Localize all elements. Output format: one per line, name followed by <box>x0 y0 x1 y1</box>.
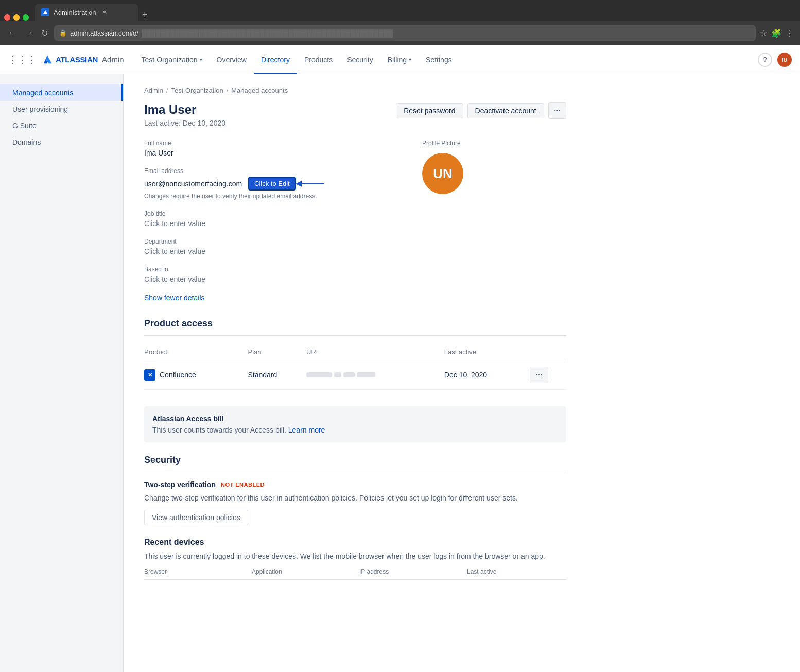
deactivate-account-button[interactable]: Deactivate account <box>467 103 544 118</box>
show-fewer-button[interactable]: Show fewer details <box>144 294 412 302</box>
full-name-field: Full name Ima User <box>144 140 412 157</box>
table-body: ✕ Confluence Standard <box>144 360 566 390</box>
breadcrumb-admin[interactable]: Admin <box>144 87 163 94</box>
more-actions-button[interactable]: ··· <box>548 102 566 119</box>
nav-item-products[interactable]: Products <box>297 45 340 74</box>
url-block-3 <box>343 372 355 377</box>
close-button[interactable] <box>4 14 10 21</box>
minimize-button[interactable] <box>13 14 20 21</box>
new-tab-button[interactable]: + <box>142 10 148 21</box>
active-tab[interactable]: Administration ✕ <box>35 4 138 21</box>
security-description: Change two-step verification for this us… <box>144 493 566 504</box>
breadcrumb-sep-2: / <box>227 87 229 94</box>
tab-close-icon[interactable]: ✕ <box>102 9 107 16</box>
nav-item-billing[interactable]: Billing ▾ <box>380 45 419 74</box>
top-nav: ⋮⋮⋮ ATLASSIAN Admin Test Organization ▾ … <box>0 45 800 74</box>
job-title-field: Job title Click to enter value <box>144 210 412 228</box>
address-bar[interactable]: 🔒 admin.atlassian.com/o/ ███████████████… <box>54 25 756 41</box>
sidebar-item-domains[interactable]: Domains <box>0 134 123 150</box>
two-step-status-badge: NOT ENABLED <box>221 481 265 488</box>
recent-devices-desc: This user is currently logged in to thes… <box>144 551 566 562</box>
user-avatar[interactable]: IU <box>777 53 792 67</box>
bookmark-icon[interactable]: ☆ <box>760 28 767 38</box>
reset-password-button[interactable]: Reset password <box>396 103 463 118</box>
breadcrumb-managed[interactable]: Managed accounts <box>231 87 288 94</box>
product-name: Confluence <box>160 371 196 379</box>
last-active-cell: Dec 10, 2020 <box>444 360 530 390</box>
content-area: Managed accounts User provisioning G Sui… <box>0 74 800 672</box>
logo-text: ATLASSIAN <box>56 55 98 64</box>
email-field: Email address user@noncustomerfacing.com… <box>144 167 412 200</box>
job-title-label: Job title <box>144 210 412 217</box>
sidebar-item-user-provisioning[interactable]: User provisioning <box>0 101 123 117</box>
grid-icon[interactable]: ⋮⋮⋮ <box>8 54 36 65</box>
url-block-2 <box>334 372 341 377</box>
devices-col-browser: Browser <box>144 568 244 575</box>
security-section: Security Two-step verification NOT ENABL… <box>144 455 566 580</box>
col-plan: Plan <box>248 344 307 360</box>
view-auth-policies-button[interactable]: View authentication policies <box>144 510 248 525</box>
nav-item-directory[interactable]: Directory <box>254 45 297 74</box>
sidebar-item-g-suite[interactable]: G Suite <box>0 117 123 134</box>
sidebar: Managed accounts User provisioning G Sui… <box>0 74 124 672</box>
two-step-label: Two-step verification <box>144 480 216 489</box>
based-in-value[interactable]: Click to enter value <box>144 275 412 283</box>
nav-item-settings[interactable]: Settings <box>419 45 459 74</box>
devices-col-ip: IP address <box>359 568 459 575</box>
nav-item-security[interactable]: Security <box>340 45 380 74</box>
help-button[interactable]: ? <box>758 53 772 67</box>
job-title-value[interactable]: Click to enter value <box>144 219 412 228</box>
back-button[interactable]: ← <box>6 26 19 40</box>
tab-favicon <box>41 8 49 16</box>
nav-items: Test Organization ▾ Overview Directory P… <box>134 45 758 74</box>
breadcrumb-sep-1: / <box>166 87 168 94</box>
click-to-edit-container: Click to Edit <box>248 177 327 191</box>
table-header-row: Product Plan URL Last active <box>144 344 566 360</box>
extensions-icon[interactable]: 🧩 <box>771 28 781 38</box>
based-in-label: Based in <box>144 266 412 273</box>
menu-icon[interactable]: ⋮ <box>786 28 794 38</box>
svg-marker-0 <box>43 10 47 14</box>
chevron-down-icon: ▾ <box>200 57 202 62</box>
learn-more-link[interactable]: Learn more <box>288 426 325 434</box>
based-in-field: Based in Click to enter value <box>144 266 412 283</box>
admin-label: Admin <box>102 55 124 64</box>
nav-right: ? IU <box>758 53 792 67</box>
devices-table-header: Browser Application IP address Last acti… <box>144 568 566 580</box>
email-value[interactable]: user@noncustomerfacing.com <box>144 180 242 188</box>
row-actions-cell: ··· <box>530 360 566 390</box>
nav-item-org[interactable]: Test Organization ▾ <box>134 45 210 74</box>
page-header: Ima User Last active: Dec 10, 2020 Reset… <box>144 102 566 127</box>
arrow-container <box>296 179 327 189</box>
app: ⋮⋮⋮ ATLASSIAN Admin Test Organization ▾ … <box>0 45 800 672</box>
col-product: Product <box>144 344 248 360</box>
arrow-icon <box>296 179 327 189</box>
atlassian-icon <box>42 55 53 65</box>
department-value[interactable]: Click to enter value <box>144 247 412 255</box>
sidebar-item-managed-accounts[interactable]: Managed accounts <box>0 84 123 101</box>
page-title: Ima User <box>144 102 225 117</box>
breadcrumb-org[interactable]: Test Organization <box>171 87 223 94</box>
access-bill-title: Atlassian Access bill <box>152 415 558 423</box>
nav-item-overview[interactable]: Overview <box>210 45 254 74</box>
user-avatar-large[interactable]: UN <box>422 153 463 194</box>
atlassian-logo[interactable]: ATLASSIAN Admin <box>42 55 124 65</box>
department-field: Department Click to enter value <box>144 238 412 255</box>
main-content: Admin / Test Organization / Managed acco… <box>124 74 800 672</box>
click-to-edit-tooltip: Click to Edit <box>248 177 296 191</box>
email-row: user@noncustomerfacing.com Click to Edit <box>144 177 412 191</box>
row-more-button[interactable]: ··· <box>530 367 548 383</box>
url-cell <box>306 360 444 390</box>
forward-button[interactable]: → <box>23 26 35 40</box>
lock-icon: 🔒 <box>59 29 67 37</box>
maximize-button[interactable] <box>23 14 29 21</box>
browser-chrome: Administration ✕ + ← → ↻ 🔒 admin.atlassi… <box>0 0 800 45</box>
product-access-table: Product Plan URL Last active <box>144 344 566 390</box>
url-block-1 <box>306 372 332 377</box>
refresh-button[interactable]: ↻ <box>39 26 50 40</box>
browser-toolbar: ← → ↻ 🔒 admin.atlassian.com/o/ █████████… <box>0 21 800 45</box>
product-access-title: Product access <box>144 318 566 336</box>
confluence-icon: ✕ <box>144 369 155 381</box>
table-row: ✕ Confluence Standard <box>144 360 566 390</box>
traffic-lights <box>4 14 29 21</box>
